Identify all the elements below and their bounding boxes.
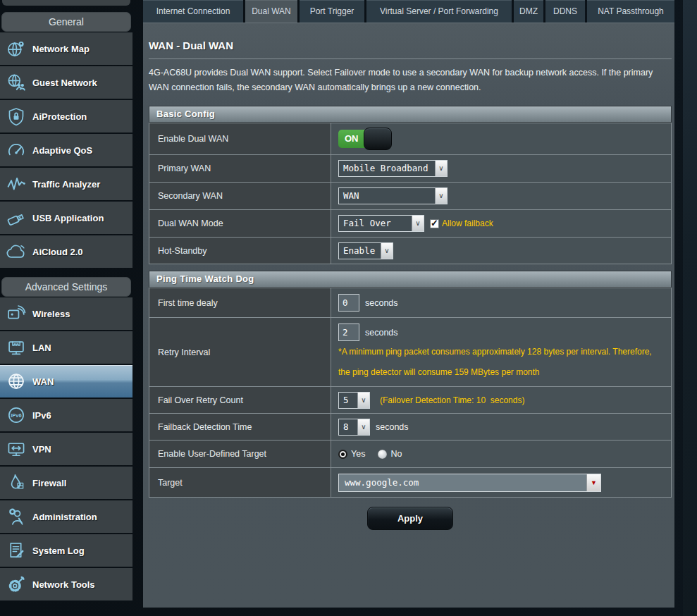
tab-port-trigger[interactable]: Port Trigger (300, 0, 364, 23)
row-first-time-delay: First time dealy seconds (149, 288, 671, 317)
sidebar-item-label: Traffic Analyzer (32, 179, 100, 190)
basic-config-section-header: Basic Config (149, 106, 672, 123)
sidebar-item-network-map[interactable]: Network Map (0, 32, 132, 65)
row-enable-dual-wan: Enable Dual WAN ON (149, 123, 671, 154)
chevron-down-icon[interactable] (435, 188, 447, 204)
tab-virtual-server-port-forwarding[interactable]: Virtual Server / Port Forwarding (366, 0, 512, 23)
page-description: 4G-AC68U provides Dual WAN support. Sele… (149, 66, 672, 95)
dropdown-arrow-icon[interactable] (586, 474, 600, 491)
sidebar-item-label: USB Application (32, 213, 104, 223)
tab-dmz[interactable]: DMZ (514, 0, 543, 23)
wan-globe-icon (0, 371, 32, 391)
target-no-radio[interactable] (378, 450, 387, 459)
retry-interval-input[interactable] (338, 324, 359, 341)
sidebar-item-ipv6[interactable]: IPv6 IPv6 (0, 399, 132, 431)
sidebar-item-firewall[interactable]: Firewall (0, 467, 132, 499)
chevron-down-icon[interactable] (357, 419, 369, 435)
administration-gear-person-icon (0, 507, 32, 526)
sidebar-item-lan[interactable]: LAN (0, 331, 132, 364)
sidebar-item-network-tools[interactable]: Network Tools (0, 568, 132, 600)
primary-wan-selected-value: Mobile Broadband (339, 161, 435, 176)
system-log-document-icon (0, 541, 32, 560)
target-yes-radio[interactable] (338, 450, 347, 459)
chevron-down-icon[interactable] (412, 216, 424, 231)
sidebar-item-label: Network Tools (32, 579, 95, 590)
svg-text:IPv6: IPv6 (11, 412, 21, 419)
secondary-wan-selected-value: WAN (339, 188, 435, 204)
dual-wan-mode-select[interactable]: Fail Over (338, 215, 424, 232)
sidebar-item-label: IPv6 (32, 410, 51, 421)
row-primary-wan: Primary WAN Mobile Broadband (149, 154, 671, 182)
background-band (683, 0, 697, 616)
sidebar-item-aicloud[interactable]: AiCloud 2.0 (0, 235, 132, 268)
sidebar-section-advanced: Advanced Settings (1, 277, 131, 297)
sidebar-item-label: Guest Network (32, 78, 97, 88)
firewall-flame-icon (0, 473, 32, 493)
traffic-analyzer-wave-icon (0, 174, 32, 194)
ipv6-icon: IPv6 (0, 405, 32, 425)
failback-detection-time-label: Failback Detection Time (149, 414, 331, 440)
fail-over-retry-count-select[interactable]: 5 (338, 392, 370, 409)
retry-interval-label: Retry Interval (149, 318, 331, 386)
sidebar-item-aiprotection[interactable]: AiProtection (0, 100, 132, 133)
allow-failback-label: Allow failback (442, 218, 493, 228)
chevron-down-icon[interactable] (381, 243, 393, 259)
sidebar-item-label: LAN (32, 343, 51, 353)
section-general-title: General (49, 16, 84, 27)
first-time-delay-unit: seconds (365, 298, 398, 308)
secondary-wan-select[interactable]: WAN (338, 187, 448, 204)
failback-detection-time-value: 8 (339, 419, 357, 435)
row-dual-wan-mode: Dual WAN Mode Fail Over Allow failback (149, 209, 671, 237)
sidebar-item-system-log[interactable]: System Log (0, 534, 132, 567)
sidebar-item-traffic-analyzer[interactable]: Traffic Analyzer (0, 168, 132, 200)
network-tools-gear-wrench-icon (0, 574, 32, 594)
sidebar-item-vpn[interactable]: VPN (0, 433, 132, 465)
vpn-icon (0, 439, 32, 459)
row-fail-over-retry-count: Fail Over Retry Count 5 (Failover Detect… (149, 386, 671, 413)
apply-button[interactable]: Apply (367, 507, 453, 530)
sidebar-item-label: Firewall (32, 478, 66, 488)
ping-consumption-note-line2: the ping detector will consume 159 MByte… (338, 363, 539, 382)
toggle-knob[interactable] (364, 128, 392, 150)
target-label: Target (149, 468, 331, 497)
chevron-down-icon[interactable] (435, 161, 447, 176)
page-title: WAN - Dual WAN (149, 23, 672, 51)
primary-wan-select[interactable]: Mobile Broadband (338, 160, 448, 177)
hot-standby-select[interactable]: Enable (338, 242, 393, 259)
row-retry-interval: Retry Interval seconds *A minimum ping p… (149, 317, 671, 386)
enable-dual-wan-toggle[interactable]: ON (338, 130, 395, 148)
sidebar-top-stub (2, 0, 130, 6)
first-time-delay-input[interactable] (338, 294, 359, 312)
ping-watch-dog-section-header: Ping Time Watch Dog (149, 271, 672, 288)
target-no-label: No (390, 449, 402, 459)
tab-internet-connection[interactable]: Internet Connection (143, 0, 243, 23)
sidebar: General Network Map Guest Network AiProt… (0, 0, 132, 602)
aiprotection-shield-icon (0, 106, 32, 126)
tab-ddns[interactable]: DDNS (545, 0, 585, 23)
sidebar-item-label: Adaptive QoS (32, 145, 92, 156)
sidebar-item-wan[interactable]: WAN (0, 365, 132, 398)
target-input[interactable] (339, 474, 586, 491)
chevron-down-icon[interactable] (357, 393, 369, 408)
tab-dual-wan[interactable]: Dual WAN (245, 0, 297, 23)
wan-dual-wan-panel: WAN - Dual WAN 4G-AC68U provides Dual WA… (143, 23, 674, 608)
primary-wan-label: Primary WAN (149, 155, 331, 182)
title-divider (149, 58, 672, 59)
sidebar-item-usb-application[interactable]: USB Application (0, 202, 132, 234)
lan-icon (0, 338, 32, 357)
tab-nat-passthrough[interactable]: NAT Passthrough (587, 0, 674, 23)
allow-failback-checkbox[interactable] (430, 219, 439, 228)
sidebar-item-guest-network[interactable]: Guest Network (0, 66, 132, 99)
sidebar-item-administration[interactable]: Administration (0, 500, 132, 533)
sidebar-item-label: System Log (32, 546, 85, 556)
hot-standby-label: Hot-Standby (149, 238, 331, 264)
sidebar-item-label: AiCloud 2.0 (32, 247, 83, 257)
sidebar-item-adaptive-qos[interactable]: Adaptive QoS (0, 134, 132, 166)
failback-detection-time-select[interactable]: 8 (338, 419, 370, 436)
wireless-icon (0, 304, 32, 324)
sidebar-item-wireless[interactable]: Wireless (0, 297, 132, 330)
sidebar-item-label: VPN (32, 444, 51, 455)
secondary-wan-label: Secondary WAN (149, 183, 331, 209)
ping-consumption-note-line1: *A minimum ping packet consumes approxim… (338, 343, 652, 362)
failback-detection-time-unit: seconds (376, 422, 409, 432)
